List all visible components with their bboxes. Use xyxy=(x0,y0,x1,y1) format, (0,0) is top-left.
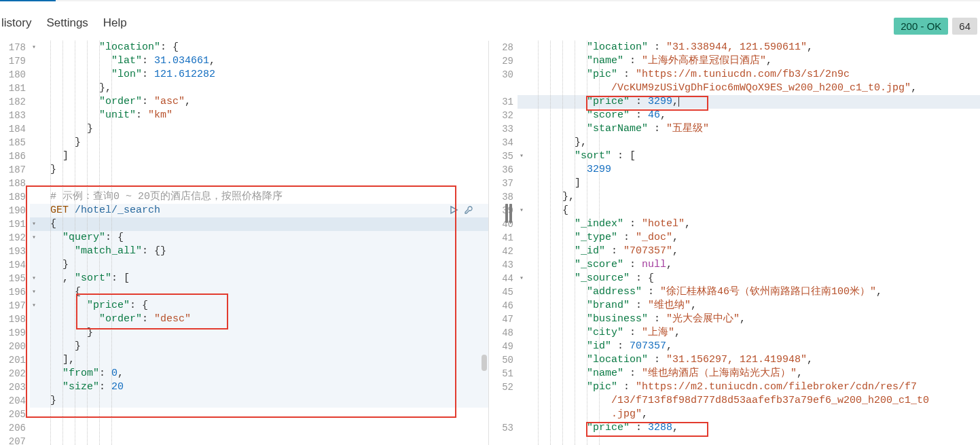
code-line: "score" : 46, xyxy=(526,109,980,122)
code-line: "location": { xyxy=(38,41,488,54)
code-line: { xyxy=(526,204,980,217)
code-line: "pic" : "https://m2.tuniucdn.com/filebro… xyxy=(526,380,980,394)
fold-gutter-left[interactable]: ▾▾▾▾▾▾ xyxy=(30,41,38,445)
code-line: "name" : "上海外高桥皇冠假日酒店", xyxy=(526,54,980,68)
code-line: GET /hotel/_search xyxy=(38,204,488,217)
code-line: /VcKUM9zUSiVgDhFioc6mWQoX9ES_w200_h200_c… xyxy=(526,82,980,95)
code-line: "lon": 121.612282 xyxy=(38,68,488,82)
code-line: } xyxy=(38,136,488,149)
code-line: } xyxy=(38,258,488,272)
code-line: { xyxy=(38,217,488,231)
code-line: "address" : "徐汇桂林路46号（钦州南路路口往南100米）", xyxy=(526,285,980,299)
menu-history[interactable]: listory xyxy=(1,16,31,30)
code-line: } xyxy=(38,122,488,136)
code-line: "name" : "维也纳酒店（上海南站光大店）", xyxy=(526,367,980,380)
status-ms-badge: 64 xyxy=(952,18,977,35)
collapse-toggle-icon[interactable] xyxy=(505,204,512,223)
code-line xyxy=(38,177,488,190)
code-line: }, xyxy=(38,82,488,95)
code-line: "order": "asc", xyxy=(38,95,488,109)
run-query-icon[interactable] xyxy=(449,205,458,219)
wrench-icon[interactable] xyxy=(464,205,473,219)
code-line: "query": { xyxy=(38,231,488,245)
menu-help[interactable]: Help xyxy=(103,16,127,30)
code-line: } xyxy=(38,326,488,340)
code-line: "unit": "km" xyxy=(38,109,488,122)
gutter-right: 2829303132333435363738394041424344454647… xyxy=(489,41,518,445)
code-line: "_id" : "707357", xyxy=(526,245,980,258)
gutter-left: 1781791801811821831841851861871881891901… xyxy=(0,41,30,445)
status-ok-badge: 200 - OK xyxy=(894,18,948,35)
code-line: "_index" : "hotel", xyxy=(526,217,980,231)
code-line: "brand" : "维也纳", xyxy=(526,299,980,313)
status-badges: 200 - OK 64 xyxy=(894,18,977,35)
code-line xyxy=(38,421,488,435)
code-line: "_score" : null, xyxy=(526,258,980,272)
code-line: "sort" : [ xyxy=(526,149,980,163)
code-line: , "sort": [ xyxy=(38,272,488,285)
code-line: .jpg", xyxy=(526,408,980,421)
code-line xyxy=(38,435,488,445)
code-line: # 示例：查询0 ~ 20页的酒店信息，按照价格降序 xyxy=(38,190,488,204)
code-line: "id" : 707357, xyxy=(526,340,980,353)
code-line: }, xyxy=(526,136,980,149)
code-line: ] xyxy=(38,149,488,163)
code-line: "city" : "上海", xyxy=(526,326,980,340)
code-line: } xyxy=(38,340,488,353)
response-viewer[interactable]: 2829303132333435363738394041424344454647… xyxy=(489,41,980,445)
code-left[interactable]: "location": { "lat": 31.034661, "lon": 1… xyxy=(38,41,488,445)
scrollbar-left[interactable] xyxy=(482,355,487,371)
code-line: "starName" : "五星级" xyxy=(526,122,980,136)
code-line: "order": "desc" xyxy=(38,313,488,326)
code-line: "_type" : "_doc", xyxy=(526,231,980,245)
request-editor[interactable]: 1781791801811821831841851861871881891901… xyxy=(0,41,489,445)
code-line: "price" : 3299, xyxy=(526,95,980,109)
code-line: } xyxy=(38,394,488,408)
code-line: { xyxy=(38,285,488,299)
code-line: "size": 20 xyxy=(38,380,488,394)
code-line: /13/f713f8f98d777d8d53aafefb37a79ef6_w20… xyxy=(526,394,980,408)
code-line: "lat": 31.034661, xyxy=(38,54,488,68)
code-line: "business" : "光大会展中心", xyxy=(526,313,980,326)
code-line: ] xyxy=(526,177,980,190)
fold-gutter-right[interactable]: ▾▾▾ xyxy=(518,41,526,445)
code-line: "price" : 3288, xyxy=(526,421,980,435)
code-line: 3299 xyxy=(526,163,980,177)
code-line: "price": { xyxy=(38,299,488,313)
code-line: ], xyxy=(38,353,488,367)
code-line: "location" : "31.156297, 121.419948", xyxy=(526,353,980,367)
svg-marker-0 xyxy=(451,207,457,213)
code-line: "pic" : "https://m.tuniucdn.com/fb3/s1/2… xyxy=(526,68,980,82)
menu-settings[interactable]: Settings xyxy=(46,16,88,30)
code-line: } xyxy=(38,163,488,177)
code-line xyxy=(38,408,488,421)
code-line: "from": 0, xyxy=(38,367,488,380)
code-line: "_source" : { xyxy=(526,272,980,285)
code-line: "match_all": {} xyxy=(38,245,488,258)
code-right: "location" : "31.338944, 121.590611", "n… xyxy=(526,41,980,445)
code-line: "location" : "31.338944, 121.590611", xyxy=(526,41,980,54)
menubar: listory Settings Help xyxy=(0,10,127,37)
code-line: }, xyxy=(526,190,980,204)
